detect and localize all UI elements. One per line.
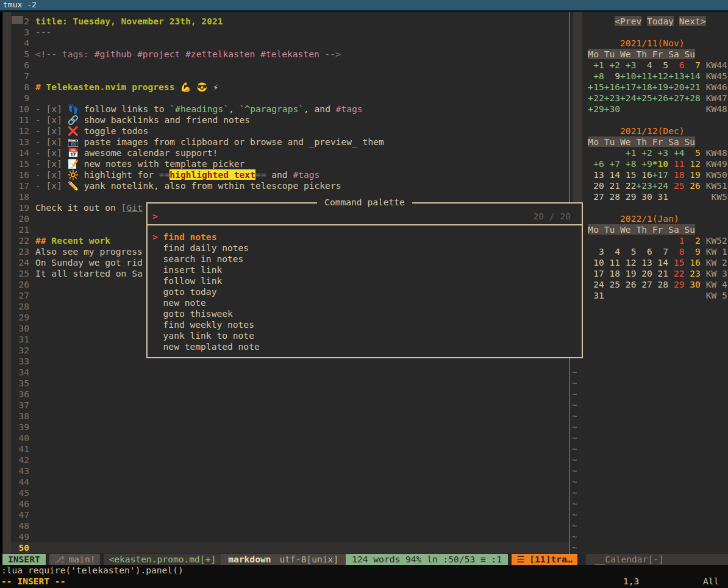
calendar-day[interactable]: 12 — [620, 257, 636, 267]
editor-line[interactable]: 3--- — [11, 27, 569, 38]
calendar-day[interactable]: 22 — [620, 180, 636, 191]
calendar-day[interactable]: 5 — [652, 60, 668, 70]
calendar-day[interactable]: +1 — [620, 147, 636, 158]
calendar-day[interactable]: +30 — [604, 104, 620, 114]
calendar-day[interactable]: 13 — [636, 257, 652, 267]
editor-line[interactable]: 38 — [11, 411, 569, 422]
calendar-day[interactable]: +28 — [685, 93, 701, 103]
calendar-day[interactable]: 27 — [636, 279, 652, 289]
editor-line[interactable]: 16- [x] 🔆 highlight for ==highlighted te… — [11, 169, 569, 180]
calendar-day[interactable]: +27 — [668, 93, 684, 103]
editor-line[interactable]: 14- [x] 📅 awesome calendar support! — [11, 147, 569, 158]
calendar-day[interactable]: 9 — [685, 246, 701, 257]
calendar-day[interactable]: +8 — [620, 158, 636, 169]
editor-line[interactable]: 5<!-- tags: #github #project #zettelkast… — [11, 49, 569, 60]
palette-item[interactable]: new note — [152, 297, 582, 308]
calendar-day[interactable]: 6 — [668, 60, 684, 70]
editor-line[interactable]: 12- [x] ❌ toggle todos — [11, 126, 569, 136]
calendar-day[interactable]: +11 — [636, 71, 652, 81]
calendar-day[interactable]: 6 — [636, 246, 652, 257]
calendar-day[interactable]: +2 — [636, 147, 652, 158]
editor-line[interactable]: 49 — [11, 531, 569, 542]
editor-line[interactable]: 15- [x] 📝 new notes with template picker — [11, 158, 569, 169]
calendar-day[interactable]: 15 — [620, 169, 636, 180]
calendar-day[interactable]: 3 — [588, 246, 604, 257]
calendar-day[interactable]: 4 — [604, 246, 620, 257]
editor-line[interactable]: 47 — [11, 509, 569, 520]
calendar-day[interactable]: +10 — [620, 71, 636, 81]
palette-item[interactable]: goto thisweek — [152, 308, 582, 319]
calendar-day[interactable]: 12 — [685, 158, 701, 169]
prev-button[interactable]: <Prev — [615, 16, 641, 26]
palette-item[interactable]: yank link to note — [152, 330, 582, 341]
calendar-day[interactable]: 31 — [588, 290, 604, 300]
calendar-day[interactable]: 10 — [588, 257, 604, 267]
calendar-day[interactable]: 28 — [652, 279, 668, 289]
calendar-day[interactable]: 7 — [685, 60, 701, 70]
calendar-day[interactable]: 28 — [604, 191, 620, 202]
filename-segment[interactable]: <ekasten.promo.md[+] — [104, 554, 221, 565]
calendar-day[interactable]: +29 — [588, 104, 604, 114]
calendar-day[interactable]: +12 — [652, 71, 668, 81]
editor-line[interactable]: 10- [x] 👣 follow links to `#headings`, `… — [11, 104, 569, 115]
calendar-day[interactable]: 21 — [604, 180, 620, 191]
editor-line[interactable]: 35 — [11, 378, 569, 389]
calendar-day[interactable]: 29 — [620, 191, 636, 202]
editor-line[interactable]: 4 — [11, 38, 569, 49]
calendar-day[interactable]: 30 — [636, 191, 652, 202]
palette-item[interactable]: find daily notes — [152, 243, 582, 253]
editor-line[interactable]: 41 — [11, 444, 569, 455]
editor-line[interactable]: 44 — [11, 476, 569, 487]
calendar-day[interactable]: 19 — [620, 268, 636, 278]
editor-line[interactable]: 17- [x] ✏️ yank notelink, also from wthi… — [11, 180, 569, 191]
calendar-day[interactable]: +17 — [620, 82, 636, 92]
calendar-day[interactable]: +6 — [588, 158, 604, 169]
editor-line[interactable]: 46 — [11, 498, 569, 509]
calendar-day[interactable]: +13 — [668, 71, 684, 81]
editor-line[interactable]: 2title: Tuesday, November 23th, 2021 — [11, 16, 569, 27]
calendar-day[interactable]: 24 — [588, 279, 604, 289]
calendar-day[interactable]: 27 — [588, 191, 604, 202]
calendar-day[interactable]: +7 — [604, 158, 620, 169]
palette-prompt-input[interactable]: > 20 / 20 — [148, 204, 582, 225]
calendar-day[interactable]: +14 — [685, 71, 701, 81]
calendar-day[interactable]: +18 — [636, 82, 652, 92]
calendar-day[interactable]: +24 — [620, 93, 636, 103]
calendar-day[interactable]: +23 — [604, 93, 620, 103]
calendar-day[interactable]: 1 — [668, 235, 684, 246]
calendar-day[interactable]: +25 — [636, 93, 652, 103]
calendar-day[interactable]: 26 — [620, 279, 636, 289]
calendar-day[interactable]: 29 — [668, 279, 684, 289]
git-branch-segment[interactable]: ⎇main! — [49, 554, 101, 565]
editor-line[interactable]: 9 — [11, 93, 569, 104]
calendar-window[interactable]: <Prev Today Next> 2021/11(Nov) Mo Tu We … — [572, 16, 728, 554]
editor-line[interactable]: 45 — [11, 487, 569, 498]
palette-item[interactable]: search in notes — [152, 253, 582, 264]
calendar-day[interactable]: 9 — [604, 71, 620, 81]
calendar-day[interactable]: 16 — [636, 169, 652, 180]
calendar-day[interactable]: 13 — [588, 169, 604, 180]
calendar-day[interactable]: +3 — [652, 147, 668, 158]
editor-line[interactable]: 42 — [11, 455, 569, 466]
calendar-day[interactable]: 31 — [652, 191, 668, 202]
calendar-day[interactable]: +26 — [652, 93, 668, 103]
calendar-day[interactable]: 30 — [685, 279, 701, 289]
editor-line[interactable]: 18 — [11, 191, 569, 202]
palette-item[interactable]: goto today — [152, 286, 582, 297]
calendar-day[interactable]: +22 — [588, 93, 604, 103]
editor-line[interactable]: 6 — [11, 60, 569, 71]
palette-item[interactable]: > find notes — [152, 232, 582, 243]
calendar-day[interactable]: 4 — [636, 60, 652, 70]
calendar-day[interactable]: 15 — [668, 257, 684, 267]
calendar-day[interactable]: 2 — [685, 235, 701, 246]
calendar-day[interactable]: 14 — [652, 257, 668, 267]
palette-item[interactable]: insert link — [152, 264, 582, 275]
editor-line[interactable]: 50 — [11, 542, 569, 553]
calendar-day[interactable]: 11 — [604, 257, 620, 267]
calendar-day[interactable]: 20 — [636, 268, 652, 278]
calendar-day[interactable]: 5 — [685, 147, 701, 158]
calendar-day[interactable]: +3 — [620, 60, 636, 70]
calendar-day[interactable]: +19 — [652, 82, 668, 92]
github-link[interactable]: Git — [126, 202, 142, 213]
editor-line[interactable]: 8# Telekasten.nvim progress 💪 😎 ⚡ — [11, 82, 569, 93]
